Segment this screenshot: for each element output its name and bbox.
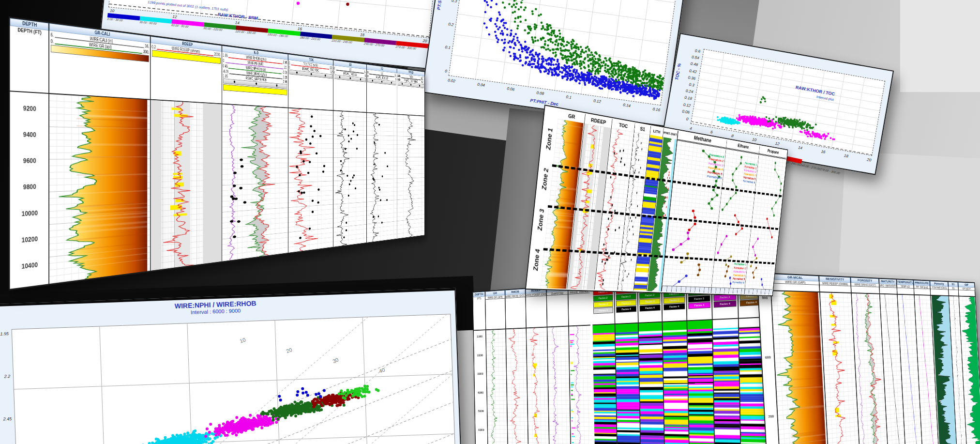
- x-tick: 20: [867, 157, 872, 162]
- x-tick: 6: [710, 130, 713, 135]
- depth-label: 500: [762, 295, 768, 300]
- facies-chip: Facies 4: [714, 301, 737, 308]
- depth-label: 700: [768, 414, 774, 419]
- y-tick: 0.06: [678, 108, 690, 115]
- y-tick: 2.2: [0, 374, 10, 379]
- scale-left: 0.: [51, 39, 54, 44]
- scale-right: 2.95: [283, 60, 287, 64]
- facies-curve: [506, 328, 528, 444]
- facies-class-col: FACIES 5 Facies 1Facies 2Facies 3Facies …: [687, 276, 715, 444]
- facies-curve: [569, 325, 593, 444]
- svg-text:30: 30: [332, 357, 339, 364]
- facies-column: [615, 323, 640, 444]
- facies-chip: Facies 4: [663, 304, 685, 311]
- y-tick: 0: [678, 115, 689, 122]
- scale-left: 0.2: [151, 45, 156, 49]
- scale-right: -0.15: [282, 70, 287, 75]
- scale-right: 520.: [421, 77, 424, 80]
- toc-curve: [288, 108, 333, 253]
- toc-y-axis-label: TOC - %: [674, 63, 682, 80]
- facies-chip: Facies 4: [593, 307, 613, 314]
- facies-curve: [527, 327, 549, 444]
- y-tick: 0.2: [445, 21, 454, 27]
- gr-curve: [49, 94, 150, 284]
- facies-chip: Facies 4: [688, 302, 710, 309]
- formation-legend: Formation 1Formation 2Formation 3Formati…: [732, 262, 746, 285]
- depth-label: 10000: [21, 208, 38, 217]
- facies-column: [639, 322, 664, 444]
- x-tick: 18: [360, 32, 365, 37]
- facies-curve-col: GRWIRE:GR (API): [485, 290, 508, 444]
- facies-class-cols: FACIES 1 Facies 1Facies 2Facies 3Facies …: [592, 272, 768, 444]
- scale-left: 440.: [397, 74, 400, 78]
- scale-right: 300.: [143, 49, 149, 55]
- y-tick: 0.24: [682, 88, 694, 94]
- y-tick: 0.54: [688, 54, 699, 61]
- depth-label: 10200: [21, 234, 38, 244]
- depth-label: 600: [765, 355, 771, 359]
- y-tick: 0: [438, 68, 447, 73]
- y-tick: 0.18: [681, 95, 692, 101]
- x-tick: 10: [752, 137, 756, 142]
- depth-label: 9800: [23, 183, 36, 191]
- facies-class-col: FACIES 1 Facies 1Facies 2Facies 3Facies …: [592, 283, 618, 444]
- x-tick: 0.14: [623, 103, 631, 108]
- x-tick: 16: [821, 149, 826, 154]
- facies-class-col: FACIES 2 Facies 1Facies 2Facies 3Facies …: [615, 281, 641, 444]
- zone-label: Zone 2: [541, 168, 550, 190]
- x-tick: 16: [298, 27, 302, 31]
- facies-chip: Facies 3: [663, 297, 685, 304]
- y-tick: 0.6: [690, 47, 701, 54]
- tmax-curve: [397, 115, 424, 239]
- regional-curve: [771, 291, 829, 444]
- x-tick: 0.08: [536, 91, 544, 96]
- x-tick: 0.06: [507, 86, 515, 92]
- scale-right: 20.: [284, 65, 287, 70]
- facies-curve-col: MINERALSMineral_Volumes: [568, 284, 592, 444]
- swt-plot-area: [449, 0, 678, 106]
- nphi-rhob-points: 10203040: [12, 314, 456, 444]
- track-tmax: TMAX 440. TMAX 520. 440 RSWC_TOC:TMAX 52…: [397, 68, 424, 239]
- zone-label: Zone 1: [544, 127, 554, 150]
- x-tick: 12: [775, 141, 780, 146]
- facies-depth-labels: 1300230033004300530063007300: [474, 330, 488, 444]
- facies-curve-col: PEQuartz/Clay: [547, 286, 572, 444]
- facies-chip: Facies 4: [639, 305, 660, 311]
- swt-points: [449, 0, 678, 105]
- x-tick: 0.12: [593, 99, 602, 104]
- y-tick: 0.42: [686, 68, 697, 74]
- track-s2: S2 0. S2 5. 0 RSWC_TOC:S2 5: [367, 64, 397, 243]
- gas-axis: [711, 287, 745, 294]
- scale-left: 0.: [223, 58, 225, 62]
- regional-cols: GR-MCALWIRE:GR (GAPI) RESISTIVITYWIRE:RD…: [770, 274, 980, 444]
- y-tick: 0.3: [683, 81, 694, 88]
- y-tick: 1.95: [0, 331, 9, 337]
- facies-curve: [547, 326, 571, 444]
- scale-left: 6.: [51, 32, 54, 37]
- facies-class-col: FACIES 4 Facies 1Facies 2Facies 3Facies …: [662, 277, 690, 444]
- scale-left: 0.: [367, 71, 369, 75]
- formation-legend: Formation 1Formation 2Formation 3Formati…: [743, 161, 757, 184]
- y-tick: 0.1: [441, 45, 451, 50]
- depth-labels: 9200940096009800100001020010400: [10, 92, 49, 289]
- scale-right: 0.25: [283, 75, 287, 79]
- facies-curve-col: RHOBWIRE:RHOB (G/CC): [505, 289, 528, 444]
- x-tick: 0.16: [652, 107, 661, 112]
- depth-label: 9200: [23, 104, 36, 112]
- zone-label: Zone 4: [532, 249, 541, 271]
- track-gr-cali: GR-CALI 6. WIRE:CALI (in) 16. 0. WIRE:GR…: [49, 23, 151, 284]
- facies-curve-col: RDEEPWIRE:RDEEP (OHMM): [526, 287, 549, 444]
- scale-right: 12.: [330, 66, 333, 70]
- x-tick: 0.02: [448, 78, 456, 83]
- track-toc: TOC 0. TOC:TOC (wt%) 12. 0 RSWC_TOC:TOC …: [288, 54, 333, 253]
- s2-curve: [367, 113, 397, 243]
- facies-column: [687, 320, 714, 444]
- scale-left: -0.75: [223, 69, 228, 74]
- track-depth: DEPTH DEPTH (FT) 92009400960098001000010…: [10, 18, 50, 289]
- facies-class-col: FACIES 6 Facies 1Facies 2Facies 3Facies …: [712, 274, 741, 444]
- x-tick: 8: [731, 134, 734, 138]
- scale-right: 2000.: [214, 52, 221, 57]
- montage-stage: 101214161820 0.00 - 30.0030.00 - 60.0060…: [0, 0, 980, 444]
- facies-column: [592, 324, 617, 444]
- x-tick: 14: [798, 145, 802, 150]
